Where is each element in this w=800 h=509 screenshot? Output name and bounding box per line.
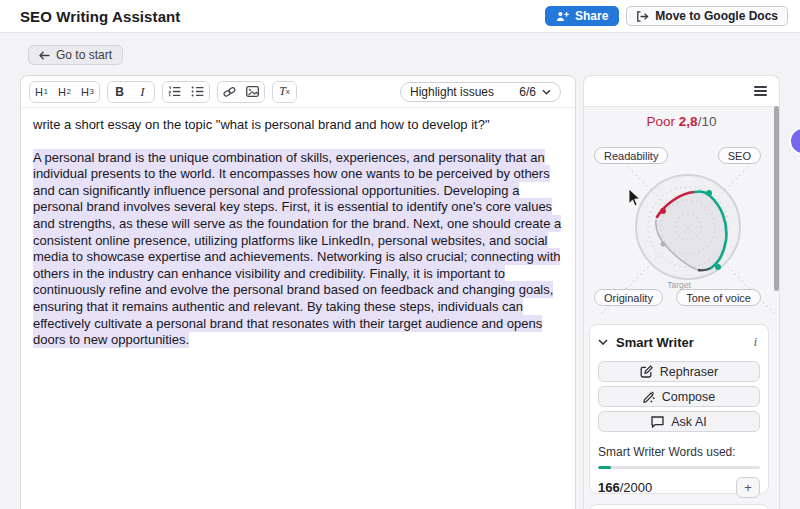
bullet-list-button[interactable]	[186, 82, 209, 102]
smart-writer-title: Smart Writer	[616, 335, 694, 350]
person-plus-icon	[556, 11, 569, 22]
go-to-start-button[interactable]: Go to start	[28, 45, 123, 65]
next-section-card	[589, 504, 769, 509]
header-actions: Share Move to Google Docs	[545, 6, 788, 26]
app-header: SEO Writing Assistant Share Move to Goog…	[0, 0, 800, 33]
insert-group	[217, 81, 265, 103]
arrow-left-icon	[39, 51, 50, 60]
bold-button[interactable]: B	[108, 82, 131, 102]
score-value: 2,8	[679, 114, 698, 129]
heading-group: H1 H2 H3	[29, 81, 100, 103]
readability-pill[interactable]: Readability	[594, 147, 668, 164]
smart-writer-header[interactable]: Smart Writer i	[598, 333, 760, 351]
editor-card: H1 H2 H3 B I	[20, 75, 576, 509]
italic-button[interactable]: I	[131, 82, 154, 102]
readability-point	[660, 208, 666, 214]
mouse-cursor	[629, 189, 640, 206]
chat-bubble-icon	[651, 416, 664, 428]
image-icon	[246, 86, 259, 97]
seo-pill[interactable]: SEO	[718, 147, 761, 164]
export-docs-icon	[636, 11, 649, 22]
clear-formatting-button[interactable]: Tx	[273, 82, 296, 102]
go-to-start-label: Go to start	[56, 48, 112, 62]
words-used-progressbar	[598, 466, 760, 469]
h3-button[interactable]: H3	[76, 82, 99, 102]
seo-point	[706, 190, 712, 196]
overall-score: Poor 2,8/10	[584, 114, 779, 129]
format-group: B I	[107, 81, 155, 103]
score-grade: Poor	[647, 114, 676, 129]
ask-ai-label: Ask AI	[671, 415, 706, 429]
link-button[interactable]	[218, 82, 241, 102]
page-title: SEO Writing Assistant	[20, 8, 180, 25]
add-words-button[interactable]: +	[736, 477, 760, 498]
analysis-sidebar: Poor 2,8/10 Readability SEO Originality …	[583, 75, 780, 509]
pencil-sparkle-icon	[643, 391, 655, 403]
edit-square-icon	[640, 365, 653, 378]
editor-toolbar: H1 H2 H3 B I	[21, 76, 575, 108]
floating-assistant-button[interactable]	[789, 127, 800, 155]
chevron-down-icon	[598, 339, 608, 345]
list-group	[162, 81, 210, 103]
tone-point	[715, 264, 721, 270]
h1-button[interactable]: H1	[30, 82, 53, 102]
move-to-google-docs-button[interactable]: Move to Google Docs	[626, 6, 788, 26]
rephraser-button[interactable]: Rephraser	[598, 361, 760, 382]
chevron-down-icon	[542, 89, 551, 95]
h2-button[interactable]: H2	[53, 82, 76, 102]
hamburger-menu-icon[interactable]	[754, 86, 767, 96]
highlight-issues-count: 6/6	[519, 85, 536, 99]
smart-writer-card: Smart Writer i Rephraser Compose Ask AI …	[589, 324, 769, 494]
clear-format-group: Tx	[272, 81, 297, 103]
bullet-list-icon	[191, 86, 204, 97]
words-used-progress-fill	[598, 466, 611, 469]
ask-ai-button[interactable]: Ask AI	[598, 411, 760, 432]
ordered-list-button[interactable]	[163, 82, 186, 102]
document-text-area[interactable]: write a short essay on the topic "what i…	[21, 108, 575, 358]
words-used-footer: 166/2000 +	[598, 477, 760, 498]
score-max: /10	[698, 114, 717, 129]
prompt-text: write a short essay on the topic "what i…	[33, 117, 563, 134]
highlighted-essay-text: A personal brand is the unique combinati…	[33, 149, 561, 349]
originality-pill[interactable]: Originality	[594, 289, 663, 306]
tone-of-voice-pill[interactable]: Tone of voice	[676, 289, 761, 306]
link-icon	[223, 86, 236, 98]
words-used-label: Smart Writer Words used:	[598, 445, 760, 459]
compose-button[interactable]: Compose	[598, 386, 760, 407]
sidebar-header	[584, 76, 779, 107]
essay-paragraph: A personal brand is the unique combinati…	[33, 150, 563, 349]
compose-label: Compose	[662, 390, 716, 404]
info-icon[interactable]: i	[751, 335, 760, 350]
share-label: Share	[575, 9, 608, 23]
share-button[interactable]: Share	[545, 6, 619, 26]
ordered-list-icon	[168, 86, 181, 97]
originality-point	[661, 242, 666, 247]
highlight-issues-dropdown[interactable]: Highlight issues 6/6	[400, 82, 561, 102]
rephraser-label: Rephraser	[660, 365, 718, 379]
image-button[interactable]	[241, 82, 264, 102]
highlight-issues-label: Highlight issues	[410, 85, 494, 99]
words-used-count: 166/2000	[598, 480, 652, 495]
move-docs-label: Move to Google Docs	[655, 9, 778, 23]
